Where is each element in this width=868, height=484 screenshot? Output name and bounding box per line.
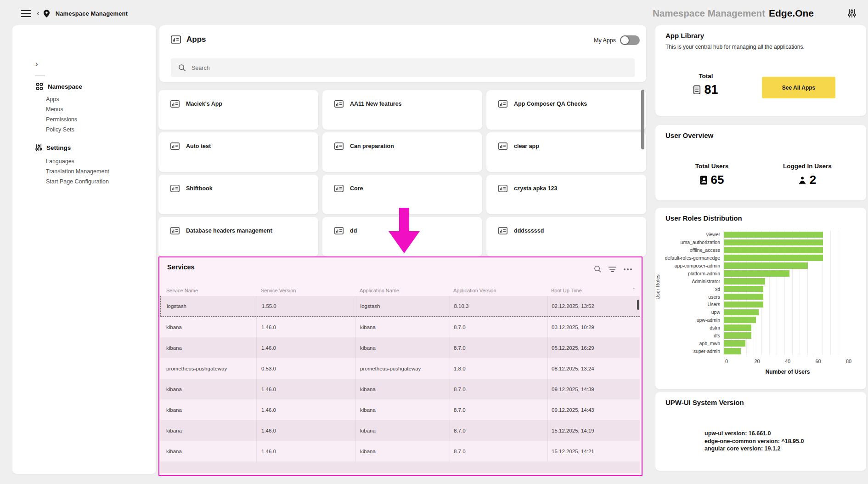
app-card[interactable]: czysta apka 123 xyxy=(486,175,646,214)
highlight-arrow xyxy=(399,208,409,232)
app-card[interactable]: Database headers management xyxy=(158,217,318,256)
table-column-header[interactable]: Service Name xyxy=(160,285,256,296)
table-row[interactable]: prometheus-pushgateway0.53.0prometheus-p… xyxy=(160,358,640,379)
app-card-label: clear app xyxy=(514,143,539,149)
app-card[interactable]: dddsssssd xyxy=(486,217,646,256)
menu-icon[interactable] xyxy=(21,10,31,17)
app-icon xyxy=(498,227,507,234)
app-title-gray: Namespace Management xyxy=(653,8,765,19)
search-input[interactable] xyxy=(192,65,605,71)
services-more-icon[interactable] xyxy=(623,268,632,271)
app-icon xyxy=(334,100,344,108)
app-library-title: App Library xyxy=(665,32,704,40)
sidebar-item-policy-sets[interactable]: Policy Sets xyxy=(46,126,74,133)
table-column-header[interactable]: Service Version xyxy=(256,285,355,296)
table-cell: 1.46.0 xyxy=(256,379,355,399)
chart-bar xyxy=(724,325,751,331)
table-row[interactable]: kibana1.46.0kibana8.7.005.12.2025, 16:29 xyxy=(160,337,640,358)
app-card-label: AA11 New features xyxy=(350,101,402,107)
chart-bar-row: viewer xyxy=(662,231,845,239)
app-icon xyxy=(334,185,344,192)
sidebar-item-start-page-configuration[interactable]: Start Page Configuration xyxy=(46,178,109,185)
my-apps-toggle[interactable] xyxy=(620,35,640,45)
chart-y-axis-label: User Roles xyxy=(655,274,660,299)
sidebar-section-label: Settings xyxy=(46,144,71,151)
namespace-icon xyxy=(35,82,44,91)
chart-bar xyxy=(724,348,741,354)
main-scrollbar[interactable] xyxy=(641,90,644,149)
chart-bar xyxy=(724,317,756,323)
services-title: Services xyxy=(167,263,195,271)
user-roles-chart-card: User Roles Distribution User Roles viewe… xyxy=(655,208,866,389)
table-cell: 0.53.0 xyxy=(256,358,355,379)
services-filter-icon[interactable] xyxy=(609,267,616,272)
table-row[interactable]: kibana1.46.0kibana8.7.015.12.2025, 14:21 xyxy=(160,441,640,461)
services-table: logstash1.55.0logstash8.10.302.12.2025, … xyxy=(160,296,640,461)
highlight-arrow-head xyxy=(389,231,420,253)
search-icon xyxy=(178,64,186,72)
back-chevron-icon[interactable]: ‹ xyxy=(37,9,39,17)
sidebar-expand-icon[interactable]: › xyxy=(35,59,38,68)
chart-bar xyxy=(724,309,759,316)
sidebar-item-translation-management[interactable]: Translation Management xyxy=(46,168,109,175)
chart-bar xyxy=(724,302,763,308)
preferences-sliders-icon[interactable] xyxy=(847,9,857,20)
table-cell: prometheus-pushgateway xyxy=(160,358,256,379)
app-card[interactable]: Can preparation xyxy=(322,132,482,172)
chart-bar-row: offline_access xyxy=(662,246,845,254)
app-icon xyxy=(334,142,344,150)
chart-bar-track xyxy=(723,301,845,308)
table-row[interactable]: kibana1.46.0kibana8.7.009.12.2025, 14:43 xyxy=(160,399,640,420)
table-column-header[interactable]: Application Name xyxy=(355,285,450,296)
table-cell: 03.12.2025, 10:29 xyxy=(547,317,640,337)
sidebar-section-namespace[interactable]: Namespace xyxy=(35,82,82,91)
version-line: upw-ui version: 16.661.0 xyxy=(705,430,804,438)
app-card-label: Can preparation xyxy=(350,143,394,149)
app-card[interactable]: AA11 New features xyxy=(322,90,482,130)
app-icon xyxy=(170,185,180,192)
table-row[interactable]: kibana1.46.0kibana8.7.015.12.2025, 14:19 xyxy=(160,420,640,441)
chart-category-label: xd xyxy=(662,286,723,292)
table-cell: kibana xyxy=(355,420,450,441)
services-search-icon[interactable] xyxy=(594,265,602,273)
table-row[interactable]: kibana1.46.0kibana8.7.003.12.2025, 10:29 xyxy=(160,317,640,337)
apps-panel-title: Apps xyxy=(186,35,206,44)
table-cell: 1.46.0 xyxy=(256,441,355,461)
table-row[interactable]: logstash1.55.0logstash8.10.302.12.2025, … xyxy=(160,296,640,317)
chart-bar xyxy=(724,294,763,300)
chart-category-label: viewer xyxy=(662,232,723,237)
version-line: angular core version: 19.1.2 xyxy=(705,445,804,453)
app-icon xyxy=(498,142,507,150)
app-card[interactable]: App Composer QA Checks xyxy=(486,90,646,130)
table-cell: 09.12.2025, 14:39 xyxy=(547,379,640,399)
sort-arrow-icon[interactable]: ↑ xyxy=(633,286,636,291)
see-all-apps-button[interactable]: See All Apps xyxy=(762,77,835,98)
sidebar-section-settings[interactable]: Settings xyxy=(35,144,71,152)
table-column-header[interactable]: Boot Up Time xyxy=(547,285,640,296)
chart-bar-track xyxy=(723,269,845,277)
app-card[interactable]: Maciek's App xyxy=(158,90,318,130)
services-panel: Services Service NameService VersionAppl… xyxy=(158,256,643,476)
app-card-label: Auto test xyxy=(186,143,211,149)
table-row[interactable]: kibana1.46.0kibana8.7.009.12.2025, 14:39 xyxy=(160,379,640,399)
table-scrollbar[interactable] xyxy=(637,300,639,310)
table-cell: 1.55.0 xyxy=(257,296,356,316)
logged-in-users-label: Logged In Users xyxy=(773,163,842,170)
sidebar-item-menus[interactable]: Menus xyxy=(46,106,63,113)
chart-bar-row: super-admin xyxy=(662,347,845,355)
app-card[interactable]: Shiftbook xyxy=(158,175,318,214)
chart-category-label: super-admin xyxy=(662,348,723,354)
divider xyxy=(35,75,45,76)
table-cell: 8.7.0 xyxy=(450,399,547,420)
sidebar-item-permissions[interactable]: Permissions xyxy=(46,116,77,123)
app-card[interactable]: Auto test xyxy=(158,132,318,172)
table-column-header[interactable]: Application Version xyxy=(450,285,547,296)
sidebar-item-languages[interactable]: Languages xyxy=(46,158,74,165)
table-cell: 08.12.2025, 13:24 xyxy=(547,358,640,379)
sidebar-item-apps[interactable]: Apps xyxy=(46,96,59,102)
chart-category-label: Users xyxy=(662,302,723,307)
chart-category-label: dfs xyxy=(662,333,723,338)
settings-sliders-icon xyxy=(35,144,42,152)
chart-bar xyxy=(724,239,823,246)
app-card[interactable]: clear app xyxy=(486,132,646,172)
